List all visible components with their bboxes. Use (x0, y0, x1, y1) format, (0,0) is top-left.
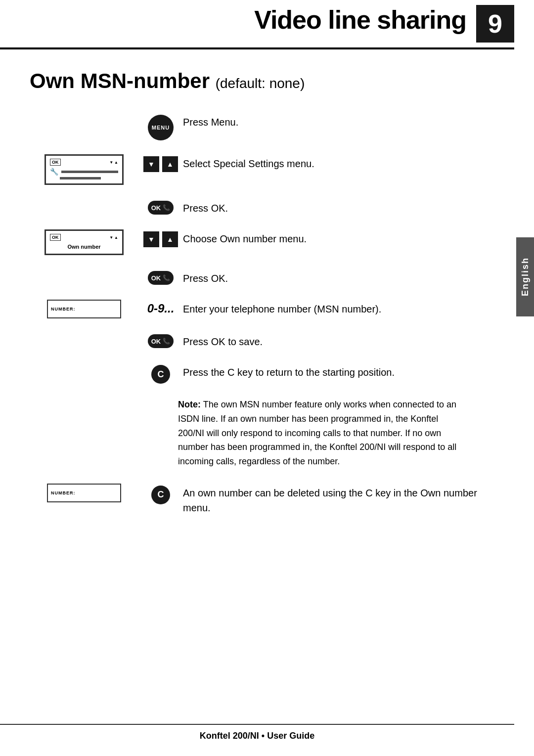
step-6-icon-col: 0-9... (138, 300, 183, 315)
step-3: OK 📞 Press OK. (30, 199, 504, 216)
screen2-ok: OK (50, 234, 61, 241)
step-8: C Press the C key to return to the start… (30, 363, 504, 384)
number-label-2: NUMBER: (51, 490, 76, 495)
screen2-arrows: ▼▲ (109, 235, 118, 240)
section-subtitle: (default: none) (216, 76, 305, 91)
number-label-1: NUMBER: (51, 307, 76, 311)
step-1: MENU Press Menu. (30, 113, 504, 140)
step-2-icon-col: ▼ ▲ (138, 154, 183, 172)
down-arrow: ▼ (143, 156, 159, 172)
step-5-icon-col: OK 📞 (138, 269, 183, 285)
english-tab: English (516, 237, 534, 316)
bottom-step-text: An own number can be deleted using the C… (183, 484, 504, 515)
up-arrow-2: ▲ (162, 231, 178, 247)
number-input-box-1: NUMBER: (47, 300, 121, 318)
step-8-text: Press the C key to return to the startin… (183, 363, 504, 380)
footer-text: Konftel 200/NI • User Guide (200, 731, 314, 741)
step-1-icon-col: MENU (138, 113, 183, 140)
arrow-buttons-2: ▼ ▲ (143, 231, 178, 247)
step-4: OK ▼▲ Own number ▼ ▲ Choose Own number m… (30, 229, 504, 255)
number-input-box-2: NUMBER: (47, 484, 121, 502)
note-text: The own MSN number feature only works wh… (178, 400, 456, 466)
phone-icon-3: 📞 (163, 338, 170, 345)
step-4-icon-col: ▼ ▲ (138, 229, 183, 247)
page-title: Video line sharing (254, 5, 476, 43)
note-paragraph: Note: The own MSN number feature only wo… (178, 398, 465, 469)
ok-button-1: OK 📞 (148, 201, 174, 215)
footer: Konftel 200/NI • User Guide (0, 724, 514, 741)
step-6-left-device: NUMBER: (30, 300, 138, 318)
step-3-text: Press OK. (183, 199, 504, 216)
main-content: Own MSN-number (default: none) MENU Pres… (0, 49, 534, 549)
step-7: OK 📞 Press OK to save. (30, 332, 504, 349)
phone-icon-2: 📞 (163, 274, 170, 281)
screen1-ok: OK (50, 159, 61, 166)
step-2: OK ▼▲ 🔧 ▼ ▲ (30, 154, 504, 185)
step-3-icon-col: OK 📞 (138, 199, 183, 215)
note-bold: Note: (178, 400, 201, 409)
step-6: NUMBER: 0-9... Enter your telephone numb… (30, 300, 504, 318)
c-button-1: C (151, 365, 170, 384)
step-4-left-device: OK ▼▲ Own number (30, 229, 138, 255)
down-arrow-2: ▼ (143, 231, 159, 247)
step-8-icon-col: C (138, 363, 183, 384)
step-6-text: Enter your telephone number (MSN number)… (183, 300, 504, 316)
step-1-text: Press Menu. (183, 113, 504, 130)
step-7-text: Press OK to save. (183, 332, 504, 349)
own-number-screen-label: Own number (50, 243, 118, 251)
bottom-step-left-device: NUMBER: (30, 484, 138, 502)
menu-button: MENU (148, 115, 174, 140)
step-4-text: Choose Own number menu. (183, 229, 504, 246)
screen1-arrows: ▼▲ (109, 160, 118, 165)
phone-icon-1: 📞 (163, 204, 170, 211)
step-5-text: Press OK. (183, 269, 504, 286)
english-tab-label: English (520, 257, 531, 296)
arrow-buttons-1: ▼ ▲ (143, 156, 178, 172)
section-title: Own MSN-number (30, 69, 210, 92)
page-header: Video line sharing 9 (0, 0, 514, 49)
page-number: 9 (476, 5, 514, 43)
bottom-step: NUMBER: C An own number can be deleted u… (30, 484, 504, 515)
screen-mockup-1: OK ▼▲ 🔧 (44, 154, 124, 185)
section-heading: Own MSN-number (default: none) (30, 69, 504, 93)
c-button-2: C (151, 486, 170, 504)
step-2-left-device: OK ▼▲ 🔧 (30, 154, 138, 185)
step-2-text: Select Special Settings menu. (183, 154, 504, 171)
screen-mockup-2: OK ▼▲ Own number (44, 229, 124, 255)
key-09-icon: 0-9... (147, 302, 175, 315)
up-arrow: ▲ (162, 156, 178, 172)
ok-button-3: OK 📞 (148, 334, 174, 348)
step-5: OK 📞 Press OK. (30, 269, 504, 286)
ok-button-2: OK 📞 (148, 271, 174, 285)
step-7-icon-col: OK 📞 (138, 332, 183, 348)
bottom-step-icon-col: C (138, 484, 183, 504)
